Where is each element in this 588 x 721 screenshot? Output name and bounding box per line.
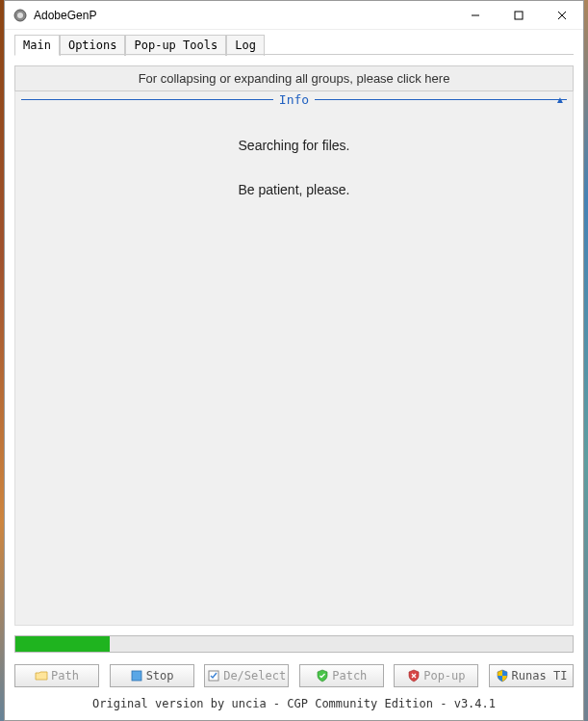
app-window: AdobeGenP Main Options Pop-up Tools Log … bbox=[4, 0, 584, 721]
runas-button[interactable]: Runas TI bbox=[489, 664, 574, 687]
minimize-button[interactable] bbox=[453, 1, 497, 29]
stop-button[interactable]: Stop bbox=[110, 664, 194, 687]
path-button[interactable]: Path bbox=[14, 664, 99, 687]
runas-label: Runas TI bbox=[512, 669, 568, 682]
collapse-all-header[interactable]: For collapsing or expanding all groups, … bbox=[14, 65, 574, 91]
progress-bar bbox=[14, 635, 574, 653]
status-line-2: Be patient, please. bbox=[15, 182, 573, 197]
window-controls bbox=[453, 1, 583, 29]
chevron-up-icon[interactable]: ▲ bbox=[555, 94, 565, 105]
popup-button[interactable]: Pop-up bbox=[394, 664, 478, 687]
maximize-button[interactable] bbox=[497, 1, 540, 29]
status-line-1: Searching for files. bbox=[15, 138, 573, 153]
popup-label: Pop-up bbox=[423, 669, 465, 682]
path-label: Path bbox=[51, 669, 79, 682]
uac-shield-icon bbox=[496, 669, 509, 682]
svg-point-1 bbox=[17, 13, 23, 18]
tab-main[interactable]: Main bbox=[14, 35, 60, 56]
progress-fill bbox=[15, 636, 110, 652]
tab-border bbox=[14, 54, 574, 55]
tab-bar: Main Options Pop-up Tools Log bbox=[5, 30, 583, 55]
app-icon bbox=[13, 8, 28, 23]
footer-text: Original version by uncia - CGP Communit… bbox=[5, 691, 583, 720]
shield-check-icon bbox=[316, 669, 329, 682]
info-label: Info bbox=[273, 90, 315, 109]
svg-rect-3 bbox=[515, 12, 523, 19]
tab-log[interactable]: Log bbox=[226, 35, 265, 56]
info-section-header[interactable]: Info ▲ bbox=[15, 90, 573, 109]
patch-label: Patch bbox=[332, 669, 367, 682]
main-content: For collapsing or expanding all groups, … bbox=[14, 65, 574, 626]
progress-area bbox=[5, 635, 583, 658]
titlebar: AdobeGenP bbox=[5, 1, 583, 30]
divider-line-left bbox=[21, 99, 273, 100]
stop-label: Stop bbox=[146, 669, 174, 682]
shield-x-icon bbox=[407, 669, 421, 682]
folder-icon bbox=[35, 669, 48, 682]
checkbox-icon bbox=[207, 669, 220, 682]
close-button[interactable] bbox=[540, 1, 583, 29]
deselect-button[interactable]: De/Select bbox=[204, 664, 289, 687]
stop-icon bbox=[130, 669, 143, 682]
divider-line-right bbox=[315, 99, 567, 100]
svg-rect-6 bbox=[132, 671, 141, 681]
tab-options[interactable]: Options bbox=[60, 35, 126, 56]
info-body: Searching for files. Be patient, please. bbox=[15, 109, 573, 625]
deselect-label: De/Select bbox=[223, 669, 286, 682]
tab-popup-tools[interactable]: Pop-up Tools bbox=[125, 35, 226, 56]
patch-button[interactable]: Patch bbox=[299, 664, 384, 687]
button-row: Path Stop De/Select Patch Pop-up bbox=[5, 658, 583, 691]
window-title: AdobeGenP bbox=[34, 9, 453, 22]
